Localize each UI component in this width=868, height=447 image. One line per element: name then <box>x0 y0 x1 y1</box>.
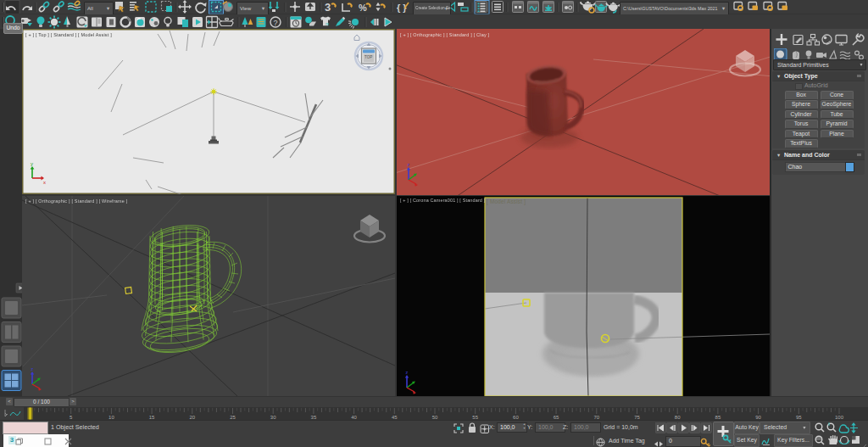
svg-text:65: 65 <box>554 415 559 420</box>
svg-text:90: 90 <box>755 415 761 420</box>
svg-text:75: 75 <box>634 415 640 420</box>
svg-text:z: z <box>408 162 410 167</box>
svg-text:20: 20 <box>189 415 195 420</box>
svg-text:100: 100 <box>835 415 844 420</box>
svg-text:m: m <box>326 21 329 26</box>
svg-text:50: 50 <box>432 415 438 420</box>
svg-text:25: 25 <box>230 415 236 420</box>
svg-text:60: 60 <box>513 415 519 420</box>
svg-text:95: 95 <box>796 415 802 420</box>
svg-text:z: z <box>31 366 34 372</box>
svg-text:55: 55 <box>472 415 478 420</box>
svg-text:z: z <box>406 370 409 375</box>
svg-text:y: y <box>31 161 33 166</box>
svg-text:15: 15 <box>149 415 155 420</box>
svg-text:45: 45 <box>392 415 398 420</box>
svg-text:x: x <box>43 180 46 185</box>
svg-text:?: ? <box>273 19 277 27</box>
svg-text:3: 3 <box>325 1 331 14</box>
svg-text:85: 85 <box>715 415 721 420</box>
svg-text:35: 35 <box>311 415 317 420</box>
svg-text:10: 10 <box>108 415 114 420</box>
svg-text:30: 30 <box>270 415 276 420</box>
svg-text:70: 70 <box>593 415 599 420</box>
svg-text:80: 80 <box>675 415 681 420</box>
svg-text:TOP: TOP <box>364 55 372 59</box>
svg-text:%: % <box>359 3 367 13</box>
svg-text:40: 40 <box>351 415 357 420</box>
